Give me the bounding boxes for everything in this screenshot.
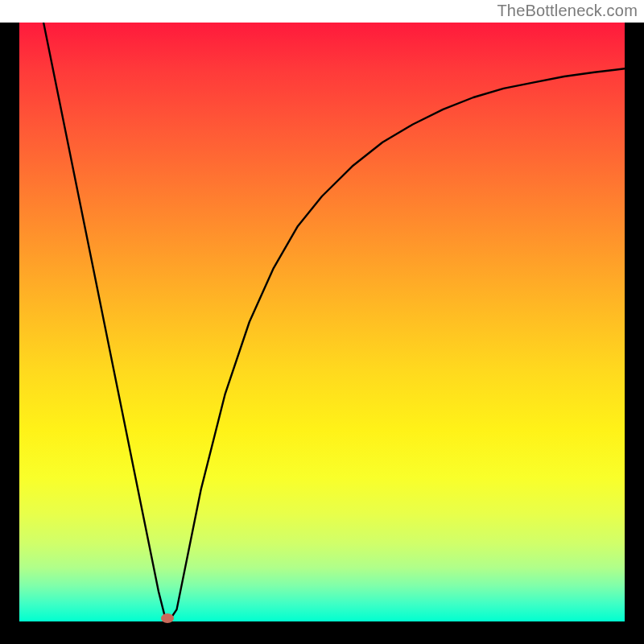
plot-area bbox=[19, 23, 625, 621]
attribution-label: TheBottleneck.com bbox=[497, 2, 638, 20]
curve-path bbox=[43, 23, 625, 618]
curve-svg bbox=[19, 23, 625, 621]
plot-frame bbox=[0, 23, 644, 644]
chart-container: TheBottleneck.com bbox=[0, 0, 644, 644]
min-marker bbox=[161, 613, 174, 623]
